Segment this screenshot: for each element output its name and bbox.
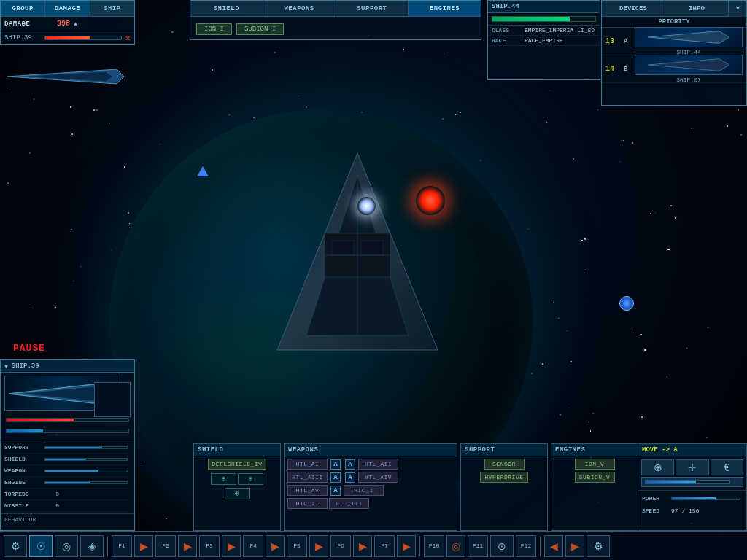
hic-iii-button[interactable]: HIC_III	[329, 498, 369, 509]
shield-ctrl-icon-1: ⊕	[221, 475, 225, 483]
device-num-1: 14	[605, 65, 624, 73]
subtab-subion1[interactable]: SUBION_I	[236, 23, 284, 35]
group-button[interactable]: GROUP	[1, 1, 45, 16]
htl-aiv-button[interactable]: HTL_AIV	[358, 472, 398, 483]
chevron-icon: ▼	[4, 363, 8, 370]
tab-engines[interactable]: ENGINES	[409, 1, 481, 16]
hic-i-button[interactable]: HIC_I	[344, 485, 384, 496]
missile-value: 0	[44, 502, 59, 509]
hp-bar-fill	[7, 419, 74, 421]
move-power-slider[interactable]	[641, 477, 743, 487]
tab-info[interactable]: INFO	[665, 1, 729, 16]
fn-f11-icon[interactable]: ⊙	[490, 535, 514, 557]
ionv-item: ION_V	[554, 459, 635, 470]
fn-f5-arrow[interactable]: ▶	[309, 535, 328, 557]
bottom-panels-container: SHIELD DEFLSHIELD_IV ⊕ ⊕ ⊕ WEAPONS	[193, 443, 638, 531]
ship-header-button[interactable]: ShIP	[90, 1, 134, 16]
fn-f6-arrow[interactable]: ▶	[353, 535, 372, 557]
htl-av-button[interactable]: HTL_AV	[287, 485, 328, 496]
move-n[interactable]: ✛	[676, 459, 708, 475]
fn-f3-arrow[interactable]: ▶	[222, 535, 241, 557]
target-indicator	[619, 296, 634, 311]
move-ne[interactable]: €	[711, 459, 743, 475]
shield-bar-track-small	[6, 429, 129, 433]
pause-indicator: PAUSE	[13, 343, 45, 354]
toolbar-target-button[interactable]: ◎	[55, 535, 78, 557]
damage-button[interactable]: DAMAGE	[45, 1, 90, 16]
fn-f1-arrow[interactable]: ▶	[134, 535, 153, 557]
fn-f10[interactable]: F10	[424, 535, 444, 557]
toolbar-next-button[interactable]: ▶	[565, 535, 584, 557]
fn-f1[interactable]: F1	[112, 535, 132, 557]
bottom-toolbar: ⚙ ☉ ◎ ◈ F1 ▶ F2 ▶ F3 ▶ F4 ▶ F5 ▶ F6 ▶ F7…	[0, 531, 747, 560]
htl-aiii-button[interactable]: HTL_AIII	[287, 472, 328, 483]
fn-f12[interactable]: F12	[516, 535, 536, 557]
fn-f4[interactable]: F4	[243, 535, 263, 557]
toolbar-gear-button[interactable]: ⚙	[587, 535, 610, 557]
fn-f2-arrow[interactable]: ▶	[178, 535, 197, 557]
svg-rect-3	[332, 241, 354, 255]
shield-bar-row-small	[4, 427, 131, 435]
toolbar-move-button[interactable]: ☉	[29, 535, 53, 557]
engines-section-title: ENGINES	[551, 444, 638, 456]
ionv-button[interactable]: ION_V	[575, 459, 615, 470]
shield-bar-fill-small	[7, 429, 43, 432]
shield-section-title: SHIELD	[194, 444, 280, 456]
shield-ctrl-2[interactable]: ⊕	[238, 473, 263, 485]
fn-f5[interactable]: F5	[287, 535, 307, 557]
power-section: POWER SPEED 97 / 150	[638, 490, 746, 520]
ship-hp-bars	[1, 413, 134, 440]
htl-aii-button[interactable]: HTL_AII	[358, 459, 398, 470]
stat-rows: SUPPORT SHIELD WEAPON ENGINE TORPEDO 0	[1, 440, 134, 513]
support-stat-bar	[44, 446, 128, 449]
toolbar-settings-button[interactable]: ⚙	[4, 535, 27, 557]
shield-ctrl-3[interactable]: ⊕	[225, 488, 250, 499]
combat-tabs: SHIELD WEAPONS SUPPORT ENGINES	[190, 1, 481, 17]
move-nw[interactable]: ⊕	[641, 459, 674, 475]
subionv-button[interactable]: SUBION_V	[575, 472, 615, 483]
fn-f7[interactable]: F7	[374, 535, 395, 557]
tab-support[interactable]: SUPPORT	[336, 1, 409, 16]
devices-panel: DEVICES INFO ▼ PRIORITY 13 A SHIP.44 14 …	[601, 0, 747, 106]
devices-arrow[interactable]: ▼	[729, 1, 746, 17]
hic-ii-button[interactable]: HIC_II	[287, 498, 328, 509]
engines-section: ENGINES ION_V SUBION_V	[551, 443, 638, 531]
engines-items: ION_V SUBION_V	[551, 456, 638, 487]
fn-f2[interactable]: F2	[155, 535, 176, 557]
shield-ctrl-icon-2: ⊕	[248, 475, 252, 483]
torpedo-label: TORPEDO	[4, 491, 44, 497]
weapon-row-3: HTL_AV A HIC_I	[287, 485, 454, 496]
support-stat-fill	[45, 447, 102, 448]
fn-f11[interactable]: F11	[468, 535, 488, 557]
shield-bar-fill	[492, 17, 570, 21]
selected-ship-title: ▼ SHIP.39	[1, 360, 134, 373]
weapon-row-1: HTL_AI A A HTL_AII	[287, 459, 454, 470]
engine-subtabs: ION_I SUBION_I	[190, 17, 481, 41]
tab-shield[interactable]: SHIELD	[190, 1, 263, 16]
deflshield-button[interactable]: DEFLSHIELD_IV	[208, 459, 267, 470]
device-letter-1: B	[624, 66, 635, 73]
fn-f4-arrow[interactable]: ▶	[266, 535, 285, 557]
fn-f6[interactable]: F6	[330, 535, 351, 557]
sensor-button[interactable]: SENSOR	[484, 459, 525, 470]
htl-ai-button[interactable]: HTL_AI	[287, 459, 328, 470]
shield-ctrl-1[interactable]: ⊕	[211, 473, 236, 485]
class-key: CLASS	[492, 27, 525, 34]
fn-f3[interactable]: F3	[199, 535, 220, 557]
shield-stat-bar	[44, 458, 128, 461]
weapon-stat-row: WEAPON	[4, 465, 131, 477]
damage-value: 398	[44, 20, 70, 28]
shield-stat-row: SHIELD	[4, 454, 131, 465]
power-row: POWER	[642, 493, 743, 503]
fn-f10-arrow[interactable]: ◎	[446, 535, 465, 557]
subtab-ion1[interactable]: ION_I	[196, 23, 232, 35]
toolbar-map-button[interactable]: ◈	[80, 535, 104, 557]
toolbar-prev-button[interactable]: ◀	[544, 535, 563, 557]
weapon-ind-a2: A	[330, 472, 341, 483]
fn-f7-arrow[interactable]: ▶	[397, 535, 416, 557]
ship-detail-box	[94, 382, 131, 417]
tab-devices[interactable]: DEVICES	[602, 1, 665, 16]
engine-stat-row: ENGINE	[4, 477, 131, 489]
tab-weapons[interactable]: WEAPONS	[263, 1, 336, 16]
hyperdrive-button[interactable]: HYPERDRIVE	[480, 472, 527, 483]
